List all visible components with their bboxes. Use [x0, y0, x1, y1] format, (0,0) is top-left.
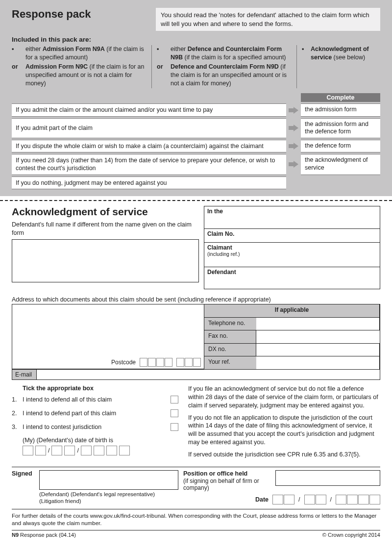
position-row: Position or office held(if signing on be…	[183, 470, 380, 492]
tel-label: Telephone no.	[204, 318, 256, 331]
divider	[12, 509, 380, 509]
claimant-label: Claimant(including ref.)	[204, 243, 252, 267]
divider	[296, 45, 297, 88]
tick-item: 2. I intend to defend part of this claim	[12, 409, 178, 417]
checkbox-defend-part[interactable]	[171, 409, 178, 417]
info-para: If you do not file an application to dis…	[188, 414, 380, 447]
in-the-label: In the	[204, 206, 252, 228]
tick-header: Tick the appropriate box	[23, 385, 178, 392]
tick-left: Tick the appropriate box 1. I intend to …	[12, 385, 178, 463]
claimant-input[interactable]	[252, 243, 380, 267]
signed-label: Signed	[12, 470, 36, 477]
ack-title: Acknowledgment of service	[12, 206, 199, 218]
dx-input[interactable]	[256, 344, 380, 357]
info-para: If served outside the jurisdiction see C…	[188, 451, 380, 459]
info-para: If you file an acknowledgment of service…	[188, 385, 380, 410]
position-input[interactable]	[275, 470, 380, 486]
grid-row-last: If you do nothing, judgment may be enter…	[12, 176, 380, 189]
arrow-icon	[286, 154, 301, 175]
included-col-2: • either Defence and Counterclaim Form N…	[157, 45, 292, 88]
if-applicable-header: If applicable	[204, 304, 380, 318]
grid-row: If you need 28 days (rather than 14) fro…	[12, 154, 380, 175]
page-title: Response pack	[12, 8, 149, 21]
or-label: or	[157, 63, 168, 88]
included-col-3: • Acknowledgment of service (see below)	[302, 45, 380, 88]
defendant-label: Defendant	[204, 267, 252, 289]
date-month-input[interactable]	[304, 495, 326, 504]
checkbox-contest-jurisdiction[interactable]	[171, 423, 178, 431]
arrow-icon	[286, 118, 301, 138]
postcode-input[interactable]	[140, 358, 172, 367]
dob-input[interactable]: //	[23, 446, 178, 455]
tick-item: 1. I intend to defend all of this claim	[12, 396, 178, 403]
email-label: E-mail	[12, 370, 37, 379]
note-box: You should read the 'notes for defendant…	[156, 8, 380, 31]
postcode-label: Postcode	[111, 359, 136, 366]
date-year-input[interactable]	[336, 495, 380, 504]
bullet: •	[302, 45, 308, 62]
arrow-icon	[286, 140, 301, 152]
arrow-icon	[286, 103, 301, 116]
fax-input[interactable]	[256, 330, 380, 344]
tick-right: If you file an acknowledgment of service…	[188, 385, 380, 463]
checkbox-defend-all[interactable]	[171, 396, 178, 403]
dob-label: (My) (Defendant's) date of birth is	[23, 437, 178, 444]
postcode-input[interactable]	[176, 358, 201, 367]
included-col-1: • either Admission Form N9A (if the clai…	[12, 45, 147, 88]
address-grid: Postcode If applicable Telephone no. Fax…	[12, 304, 380, 370]
complete-header: Complete	[301, 93, 380, 102]
top-panel: Response pack You should read the 'notes…	[0, 0, 392, 196]
address-label: Address to which documents about this cl…	[12, 296, 380, 303]
decision-grid: Complete If you admit the claim or the a…	[12, 93, 380, 189]
tear-line	[0, 200, 392, 201]
date-row: Date / /	[183, 495, 380, 504]
defendant-input[interactable]	[252, 267, 380, 289]
signed-section: Signed (Defendant) (Defendant's legal re…	[12, 470, 178, 505]
address-input[interactable]: Postcode	[12, 304, 204, 369]
date-day-input[interactable]	[272, 495, 294, 504]
claim-no-label: Claim No.	[204, 229, 252, 242]
divider	[12, 467, 380, 467]
ack-sub: Defendant's full name if different from …	[12, 221, 199, 237]
grid-row: If you admit the claim or the amount cla…	[12, 103, 380, 116]
ref-input[interactable]	[256, 356, 380, 369]
signed-sub: (Defendant) (Defendant's legal represent…	[39, 491, 178, 505]
fax-label: Fax no.	[204, 330, 256, 344]
defendant-name-input[interactable]	[12, 239, 199, 282]
divider	[151, 45, 152, 88]
email-input[interactable]	[37, 370, 380, 379]
footer-note: For further details of the courts www.go…	[12, 512, 380, 527]
email-row: E-mail	[12, 370, 380, 380]
tick-item: 3. I intend to contest jurisdiction	[12, 423, 178, 431]
tel-input[interactable]	[256, 318, 380, 331]
included-label: Included in this pack are:	[12, 36, 380, 43]
or-label: or	[12, 63, 23, 88]
date-label: Date	[255, 496, 269, 503]
case-box: In the Claim No. Claimant(including ref.…	[204, 206, 380, 289]
grid-row: If you admit part of the claim the admis…	[12, 118, 380, 138]
dx-label: DX no.	[204, 344, 256, 357]
in-the-input[interactable]	[252, 206, 380, 228]
postcode-row: Postcode	[111, 358, 201, 367]
bullet: •	[12, 45, 23, 62]
grid-row: If you dispute the whole claim or wish t…	[12, 140, 380, 152]
bullet: •	[157, 45, 168, 62]
signature-input[interactable]	[39, 470, 178, 490]
position-label: Position or office held(if signing on be…	[183, 470, 271, 492]
footer-bar: N9 Response pack (04.14) © Crown copyrig…	[12, 530, 380, 538]
claim-no-input[interactable]	[252, 229, 380, 242]
ref-label: Your ref.	[204, 356, 256, 369]
